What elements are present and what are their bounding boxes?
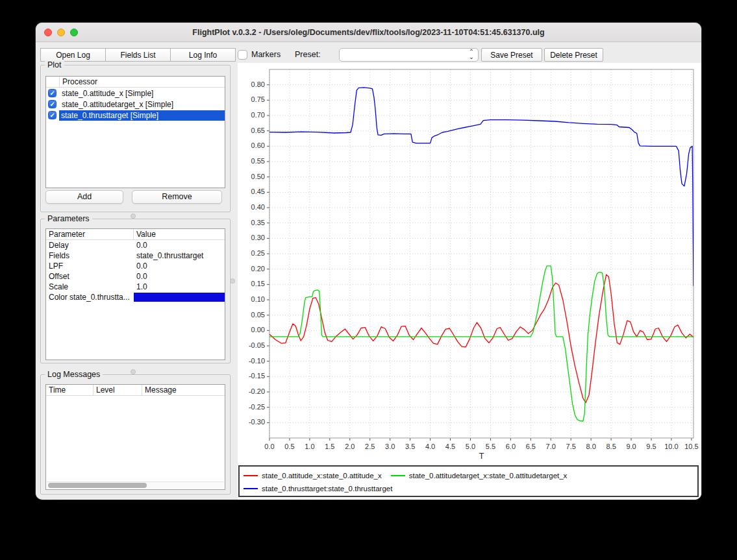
x-axis-title: T bbox=[269, 452, 693, 461]
plot-table-header: Processor bbox=[46, 77, 225, 88]
titlebar: FlightPlot v.0.3.2 - /Users/oleg/Documen… bbox=[36, 23, 701, 42]
y-tick-label: -0.25 bbox=[242, 403, 265, 411]
log-messages-table[interactable]: Time Level Message bbox=[45, 384, 225, 490]
parameter-value[interactable]: 0.0 bbox=[134, 240, 225, 250]
splitter-handle[interactable] bbox=[131, 369, 136, 374]
y-tick-label: 0.70 bbox=[242, 111, 265, 119]
parameters-table-header: Parameter Value bbox=[46, 229, 225, 240]
parameter-name: Delay bbox=[46, 240, 134, 250]
parameter-name: Offset bbox=[46, 271, 134, 282]
plot-series-label: state_0.thrusttarget [Simple] bbox=[59, 110, 225, 121]
y-tick-label: 0.20 bbox=[242, 265, 265, 273]
legend-line-green-icon bbox=[391, 475, 405, 476]
legend-entry: state_0.attitude_x:state_0.attitude_x bbox=[244, 472, 382, 480]
legend-entry: state_0.thrusttarget:state_0.thrusttarge… bbox=[244, 485, 392, 493]
y-tick-label: 0.25 bbox=[242, 249, 265, 257]
parameter-row[interactable]: Offset 0.0 bbox=[46, 271, 225, 282]
parameter-value[interactable]: 0.0 bbox=[134, 271, 225, 282]
y-tick-label: 0.55 bbox=[242, 157, 265, 165]
horizontal-scrollbar[interactable] bbox=[47, 481, 224, 489]
plot-series-table[interactable]: Processor state_0.attitude_x [Simple] st… bbox=[45, 76, 225, 188]
y-tick-label: -0.30 bbox=[242, 418, 265, 426]
plot-series-row-selected[interactable]: state_0.thrusttarget [Simple] bbox=[46, 110, 225, 121]
color-swatch[interactable] bbox=[134, 293, 225, 302]
checkbox-checked-icon[interactable] bbox=[48, 111, 56, 119]
log-messages-group-title: Log Messages bbox=[45, 370, 103, 380]
y-tick-label: 0.50 bbox=[242, 173, 265, 180]
parameter-column-header: Parameter bbox=[46, 229, 134, 239]
processor-column-header: Processor bbox=[60, 77, 225, 87]
plot-series-label: state_0.attitudetarget_x [Simple] bbox=[60, 99, 175, 110]
y-tick-label: -0.15 bbox=[242, 372, 265, 380]
y-tick-label: 0.75 bbox=[242, 95, 265, 103]
preset-label: Preset: bbox=[295, 48, 321, 62]
log-info-button[interactable]: Log Info bbox=[170, 48, 236, 62]
legend-label: state_0.attitude_x:state_0.attitude_x bbox=[262, 472, 382, 480]
legend-label: state_0.attitudetarget_x:state_0.attitud… bbox=[409, 472, 568, 480]
x-tick-label: 10.5 bbox=[680, 443, 701, 450]
parameters-group-title: Parameters bbox=[45, 214, 92, 224]
chart-panel: 0.00.51.01.52.02.53.03.54.04.55.05.56.06… bbox=[238, 63, 701, 500]
legend-line-red-icon bbox=[244, 475, 258, 476]
parameter-value[interactable]: state_0.thrusttarget bbox=[134, 250, 225, 261]
value-column-header: Value bbox=[134, 229, 225, 239]
parameter-name: LPF bbox=[46, 261, 134, 271]
fields-list-button[interactable]: Fields List bbox=[105, 48, 171, 62]
y-tick-label: 0.10 bbox=[242, 295, 265, 303]
markers-checkbox[interactable] bbox=[238, 50, 247, 60]
parameter-row[interactable]: Fields state_0.thrusttarget bbox=[46, 250, 225, 261]
message-column-header: Message bbox=[142, 385, 225, 395]
screen: FlightPlot v.0.3.2 - /Users/oleg/Documen… bbox=[0, 0, 737, 560]
delete-preset-button[interactable]: Delete Preset bbox=[544, 48, 603, 62]
level-column-header: Level bbox=[94, 385, 142, 395]
y-tick-label: 0.45 bbox=[242, 188, 265, 195]
parameter-row[interactable]: Scale 1.0 bbox=[46, 282, 225, 292]
parameter-name: Color state_0.thrustta... bbox=[46, 292, 134, 302]
y-tick-label: -0.20 bbox=[242, 387, 265, 395]
parameter-value[interactable]: 0.0 bbox=[134, 261, 225, 271]
window-title: FlightPlot v.0.3.2 - /Users/oleg/Documen… bbox=[36, 23, 701, 42]
parameter-name: Scale bbox=[46, 282, 134, 292]
save-preset-button[interactable]: Save Preset bbox=[481, 48, 542, 62]
plot-group-title: Plot bbox=[45, 60, 64, 70]
scrollbar-thumb[interactable] bbox=[48, 483, 147, 488]
y-tick-label: -0.05 bbox=[242, 341, 265, 349]
time-column-header: Time bbox=[46, 385, 94, 395]
legend-label: state_0.thrusttarget:state_0.thrusttarge… bbox=[262, 485, 392, 493]
y-tick-label: 0.30 bbox=[242, 234, 265, 241]
app-window: FlightPlot v.0.3.2 - /Users/oleg/Documen… bbox=[36, 23, 701, 500]
y-tick-label: 0.00 bbox=[242, 326, 265, 334]
open-log-button[interactable]: Open Log bbox=[40, 48, 106, 62]
remove-button[interactable]: Remove bbox=[132, 190, 222, 204]
splitter-handle[interactable] bbox=[131, 213, 136, 219]
y-tick-label: 0.60 bbox=[242, 141, 265, 149]
legend-entry: state_0.attitudetarget_x:state_0.attitud… bbox=[391, 472, 568, 480]
preset-combobox[interactable]: ⌃⌄ bbox=[339, 48, 479, 62]
parameters-table[interactable]: Parameter Value Delay 0.0 Fields state_0… bbox=[45, 228, 225, 360]
y-tick-label: 0.35 bbox=[242, 219, 265, 226]
legend-line-blue-icon bbox=[244, 488, 258, 489]
checkbox-checked-icon[interactable] bbox=[48, 100, 56, 108]
stepper-icon[interactable]: ⌃⌄ bbox=[467, 49, 476, 60]
add-button[interactable]: Add bbox=[45, 190, 123, 204]
parameter-row-color[interactable]: Color state_0.thrustta... bbox=[46, 292, 225, 302]
plot-area[interactable] bbox=[238, 63, 701, 500]
checkbox-checked-icon[interactable] bbox=[48, 89, 56, 97]
plot-series-row[interactable]: state_0.attitudetarget_x [Simple] bbox=[46, 99, 225, 110]
markers-label: Markers bbox=[251, 48, 281, 62]
chart-legend: state_0.attitude_x:state_0.attitude_x st… bbox=[238, 465, 699, 497]
y-tick-label: 0.05 bbox=[242, 311, 265, 319]
parameter-row[interactable]: Delay 0.0 bbox=[46, 240, 225, 250]
parameter-name: Fields bbox=[46, 250, 134, 261]
log-table-header: Time Level Message bbox=[46, 385, 225, 396]
y-tick-label: 0.80 bbox=[242, 80, 265, 88]
parameter-row[interactable]: LPF 0.0 bbox=[46, 261, 225, 271]
plot-series-row[interactable]: state_0.attitude_x [Simple] bbox=[46, 88, 225, 99]
parameter-value[interactable]: 1.0 bbox=[134, 282, 225, 292]
plot-series-label: state_0.attitude_x [Simple] bbox=[60, 88, 155, 99]
y-tick-label: 0.15 bbox=[242, 280, 265, 287]
y-tick-label: -0.10 bbox=[242, 357, 265, 365]
y-tick-label: 0.40 bbox=[242, 203, 265, 211]
y-tick-label: 0.65 bbox=[242, 127, 265, 134]
vertical-splitter-handle[interactable] bbox=[230, 278, 235, 284]
